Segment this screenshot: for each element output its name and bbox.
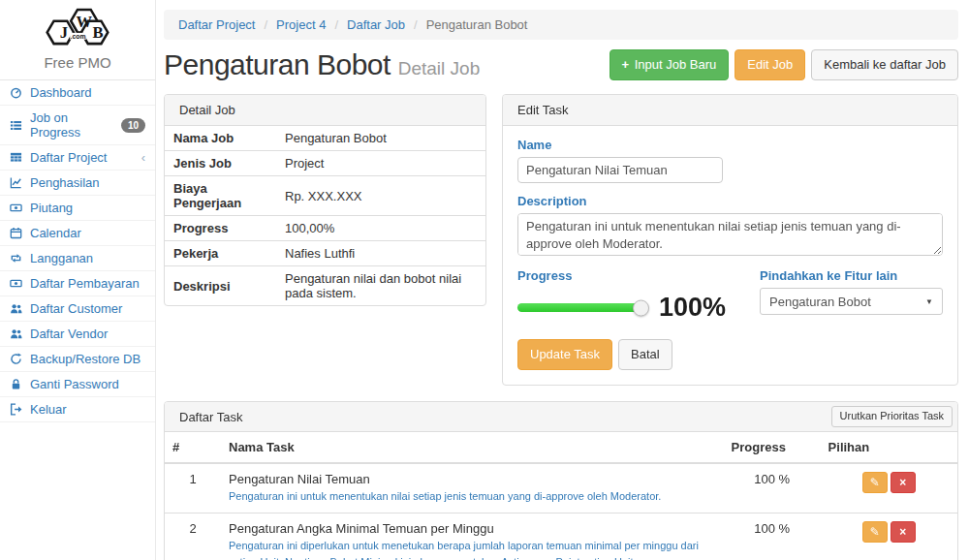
breadcrumb-link-daftar-project[interactable]: Daftar Project: [178, 17, 255, 32]
pencil-icon: ✎: [870, 525, 880, 539]
page-title: Pengaturan Bobot Detail Job: [164, 48, 480, 81]
money-icon: [10, 202, 23, 215]
x-icon: ×: [899, 476, 906, 489]
delete-task-button[interactable]: ×: [891, 472, 916, 493]
money-icon: [10, 277, 23, 291]
sidebar-item-daftar-customer[interactable]: Daftar Customer: [0, 296, 155, 322]
plus-icon: +: [622, 57, 630, 72]
table-icon: [10, 151, 23, 165]
move-feature-label: Pindahkan ke Fitur lain: [760, 268, 943, 283]
table-row: Jenis JobProject: [165, 151, 485, 176]
table-row: DeskripsiPengaturan nilai dan bobot nila…: [165, 266, 485, 306]
table-row: 1 Pengaturan Nilai Temuan Pengaturan ini…: [165, 463, 957, 513]
sidebar: W J B .com Free PMO Dashboard Job on Pro…: [0, 0, 156, 560]
progress-slider-fill: [517, 303, 645, 312]
main-content: Daftar Project / Project 4 / Daftar Job …: [156, 0, 969, 560]
edit-task-panel: Edit Task Name Description Pengaturan in…: [502, 94, 958, 386]
lock-icon: [10, 378, 23, 391]
urutkan-prioritas-task-button[interactable]: Urutkan Prioritas Task: [831, 406, 953, 427]
table-row: PekerjaNafies Luthfi: [165, 241, 485, 266]
refresh-icon: [10, 353, 23, 366]
edit-task-button[interactable]: ✎: [862, 472, 888, 493]
detail-job-table: Nama JobPengaturan Bobot Jenis JobProjec…: [165, 126, 485, 305]
table-row: Biaya PengerjaanRp. XXX.XXX: [165, 176, 485, 216]
page-header: Pengaturan Bobot Detail Job + Input Job …: [164, 48, 958, 81]
svg-text:B: B: [92, 23, 103, 42]
sidebar-item-calendar[interactable]: Calendar: [0, 221, 155, 246]
task-description-textarea[interactable]: Pengaturan ini untuk menentukan nilai se…: [517, 213, 943, 256]
description-label: Description: [517, 194, 943, 208]
task-progress: 100 %: [724, 513, 821, 560]
line-chart-icon: [10, 176, 23, 190]
edit-task-button[interactable]: ✎: [862, 521, 888, 543]
brand-name: Free PMO: [0, 54, 155, 71]
pencil-icon: ✎: [870, 476, 880, 489]
users-icon: [10, 327, 23, 341]
edit-job-button[interactable]: Edit Job: [735, 49, 805, 80]
task-name: Pengaturan Nilai Temuan: [229, 472, 716, 486]
progress-label: Progress: [517, 268, 760, 283]
task-description: Pengaturan ini untuk menentukan nilai se…: [229, 488, 716, 505]
sidebar-item-job-on-progress[interactable]: Job on Progress 10: [0, 106, 155, 145]
page-subtitle: Detail Job: [398, 58, 481, 78]
dashboard-icon: [10, 86, 23, 100]
breadcrumb: Daftar Project / Project 4 / Daftar Job …: [164, 10, 958, 40]
sidebar-item-ganti-password[interactable]: Ganti Password: [0, 372, 155, 397]
table-row: Progress100,00%: [165, 216, 485, 241]
detail-job-panel: Detail Job Nama JobPengaturan Bobot Jeni…: [164, 94, 486, 306]
input-job-baru-button[interactable]: + Input Job Baru: [610, 49, 730, 80]
progress-slider[interactable]: [517, 303, 645, 312]
edit-task-panel-title: Edit Task: [503, 95, 957, 126]
progress-value: 100%: [659, 293, 726, 323]
breadcrumb-link-daftar-job[interactable]: Daftar Job: [347, 17, 405, 32]
sidebar-item-daftar-vendor[interactable]: Daftar Vendor: [0, 322, 155, 347]
batal-button[interactable]: Batal: [618, 339, 672, 370]
breadcrumb-current: Pengaturan Bobot: [426, 17, 528, 32]
app-window: W J B .com Free PMO Dashboard Job on Pro…: [0, 0, 969, 560]
sidebar-item-langganan[interactable]: Langganan: [0, 246, 155, 271]
move-feature-selected-value: Pengaturan Bobot: [769, 295, 871, 309]
job-count-badge: 10: [121, 118, 145, 133]
jwb-logo-icon: W J B .com: [35, 7, 120, 49]
sidebar-item-daftar-project[interactable]: Daftar Project ‹: [0, 145, 155, 171]
sidebar-item-penghasilan[interactable]: Penghasilan: [0, 171, 155, 196]
sidebar-item-daftar-pembayaran[interactable]: Daftar Pembayaran: [0, 271, 155, 296]
move-feature-select[interactable]: Pengaturan Bobot ▼: [760, 288, 943, 315]
chevron-left-icon: ‹: [141, 151, 145, 164]
update-task-button[interactable]: Update Task: [517, 339, 612, 370]
users-icon: [10, 302, 23, 316]
sidebar-item-piutang[interactable]: Piutang: [0, 196, 155, 221]
sign-out-icon: [10, 403, 23, 417]
svg-text:.com: .com: [71, 33, 86, 40]
chevron-down-icon: ▼: [925, 297, 933, 306]
progress-slider-handle[interactable]: [633, 299, 649, 316]
retweet-icon: [10, 252, 23, 265]
breadcrumb-link-project-4[interactable]: Project 4: [276, 17, 326, 32]
svg-text:J: J: [60, 23, 68, 42]
task-progress: 100 %: [724, 463, 821, 513]
detail-job-panel-title: Detail Job: [165, 95, 485, 126]
task-name: Pengaturan Angka Minimal Temuan per Ming…: [229, 521, 716, 536]
task-name-input[interactable]: [517, 157, 723, 183]
task-table: # Nama Task Progress Pilihan 1 Pengatura…: [165, 432, 957, 560]
sidebar-item-dashboard[interactable]: Dashboard: [0, 80, 155, 106]
daftar-task-panel: Daftar Task Urutkan Prioritas Task # Nam…: [164, 401, 958, 560]
calendar-icon: [10, 227, 23, 240]
table-row: 2 Pengaturan Angka Minimal Temuan per Mi…: [165, 513, 957, 560]
list-icon: [10, 118, 23, 132]
kembali-ke-daftar-job-button[interactable]: Kembali ke daftar Job: [811, 49, 958, 80]
svg-text:W: W: [77, 13, 93, 31]
task-description: Pengaturan ini diperlukan untuk menetuka…: [229, 538, 716, 560]
table-row: Nama JobPengaturan Bobot: [165, 126, 485, 151]
delete-task-button[interactable]: ×: [891, 521, 916, 543]
sidebar-item-keluar[interactable]: Keluar: [0, 397, 155, 422]
name-label: Name: [517, 138, 943, 152]
sidebar-item-backup-restore[interactable]: Backup/Restore DB: [0, 347, 155, 372]
brand: W J B .com Free PMO: [0, 0, 155, 79]
x-icon: ×: [899, 525, 906, 539]
daftar-task-panel-title: Daftar Task: [179, 410, 243, 424]
sidebar-menu: Dashboard Job on Progress 10 Daftar Proj…: [0, 79, 155, 422]
